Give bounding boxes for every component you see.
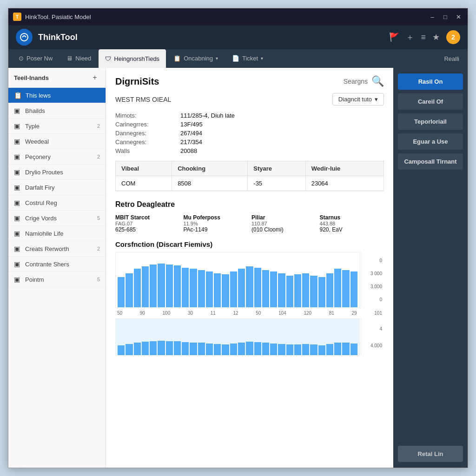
cell-styare: -35 xyxy=(248,176,305,191)
tab-heing[interactable]: 🛡 HeingnorshTieds xyxy=(99,49,166,68)
bar2-0 xyxy=(118,345,125,355)
this-lews-icon: 📋 xyxy=(14,92,22,99)
bar-22 xyxy=(294,274,301,307)
sidebar-item-contrante[interactable]: ▣ Contrante Shers xyxy=(8,257,106,272)
bar-14 xyxy=(230,271,237,307)
metric-piliar-name: Piliar xyxy=(251,214,316,221)
info-value-carinegrres: 13F/495 xyxy=(180,121,384,128)
bar2-16 xyxy=(246,342,253,355)
app-icon: T xyxy=(13,13,21,21)
sidebar-add-button[interactable]: + xyxy=(90,73,100,83)
sidebar-item-costrul[interactable]: ▣ Costrul Reg xyxy=(8,195,106,211)
tab-ticket[interactable]: 📄 Ticket ▾ xyxy=(225,49,270,68)
metric-starnus-name: Starnus xyxy=(320,214,384,221)
chart2-container xyxy=(115,318,360,356)
chart2-yaxis: 4 4.000 xyxy=(361,318,384,356)
minimize-button[interactable]: – xyxy=(428,12,437,21)
y2axis-4000: 4.000 xyxy=(363,343,382,348)
bar-5 xyxy=(158,264,165,307)
namiohile-icon: ▣ xyxy=(14,230,21,237)
crige-icon: ▣ xyxy=(14,214,21,222)
typle-num: 2 xyxy=(97,123,100,129)
sidebar-item-costrul-label: Costrul Reg xyxy=(25,199,100,206)
tab-poser-nw[interactable]: ⊙ Poser Nw xyxy=(12,49,59,68)
eguar-use-button[interactable]: Eguar a Use xyxy=(398,133,463,150)
metric-piliar: Piliar 110.87 (010 Cloomi) xyxy=(251,214,316,233)
sidebar-item-namiohile-label: Namiohile Life xyxy=(25,230,100,237)
camposall-button[interactable]: Camposall Tirnant xyxy=(398,153,463,170)
rasil-on-button[interactable]: Rasil On xyxy=(398,73,463,90)
ticket-icon: 📄 xyxy=(232,55,239,62)
bar-2 xyxy=(134,269,141,307)
notification-badge[interactable]: 2 xyxy=(446,30,460,44)
teporloriail-button[interactable]: Teporloriail xyxy=(398,113,463,130)
metric-mu-sub2: PAc-1149 xyxy=(184,226,248,233)
sidebar-item-pointm[interactable]: ▣ Pointm 5 xyxy=(8,272,106,287)
bar2-12 xyxy=(214,344,221,355)
retal-lin-button[interactable]: Retal Lin xyxy=(398,446,463,462)
creats-icon: ▣ xyxy=(14,245,21,252)
bar-26 xyxy=(326,273,333,307)
sidebar-item-this-lews-label: This lews xyxy=(26,92,100,99)
search-icon[interactable]: 🔍 xyxy=(371,75,384,87)
poser-nw-icon: ⊙ xyxy=(19,55,24,62)
window-title: HinkTool. Pasiatic Model xyxy=(25,13,428,20)
sidebar-item-creats[interactable]: ▣ Creats Rerworth 2 xyxy=(8,241,106,257)
crige-num: 5 xyxy=(97,215,100,221)
sidebar-item-crige[interactable]: ▣ Crige Vords 5 xyxy=(8,211,106,226)
bar-25 xyxy=(318,277,325,307)
sidebar-item-drylio[interactable]: ▣ Drylio Proutes xyxy=(8,165,106,180)
contrante-icon: ▣ xyxy=(14,260,21,268)
bar-13 xyxy=(222,274,229,307)
bar2-8 xyxy=(182,342,189,355)
xaxis-label-5: 12 xyxy=(233,311,238,316)
info-grid: Mimots: 111/285-4, Diuh late Carinegrres… xyxy=(115,112,384,154)
careil-of-button[interactable]: Careil Of xyxy=(398,93,463,110)
sidebar-item-this-lews[interactable]: 📋 This lews xyxy=(8,88,106,103)
sidebar-item-typle[interactable]: ▣ Typle 2 xyxy=(8,119,106,134)
maximize-button[interactable]: □ xyxy=(441,12,450,21)
metric-starnus-sub1: 443.88 xyxy=(320,221,384,226)
sidebar-item-peconery[interactable]: ▣ Peçonery 2 xyxy=(8,149,106,165)
sidebar-item-typle-label: Typle xyxy=(25,123,93,130)
sidebar-item-darfalt[interactable]: ▣ Darfalt Firy xyxy=(8,180,106,195)
metric-mu-name: Mu Poferposs xyxy=(184,214,248,221)
close-button[interactable]: ✕ xyxy=(454,12,463,21)
menu-icon[interactable]: ≡ xyxy=(421,33,426,42)
sidebar-item-pointm-label: Pointm xyxy=(25,276,93,283)
sidebar-item-bhailds[interactable]: ▣ Bhailds xyxy=(8,103,106,119)
col-chooking: Chooking xyxy=(172,161,248,176)
tab-nieed[interactable]: 🖥 Nieed xyxy=(60,49,98,68)
plus-icon[interactable]: ＋ xyxy=(406,32,414,43)
section2-title: Retro Deagleatre xyxy=(115,200,384,209)
bar-19 xyxy=(270,271,277,307)
sidebar-item-weedeal[interactable]: ▣ Weedeal xyxy=(8,134,106,149)
bar2-14 xyxy=(230,344,237,355)
chart-bars xyxy=(116,252,359,307)
nav-right-label[interactable]: Realli xyxy=(439,49,464,68)
bar-7 xyxy=(174,265,181,307)
bar2-19 xyxy=(270,344,277,355)
sidebar-item-weedeal-label: Weedeal xyxy=(25,138,100,145)
sidebar-item-namiohile[interactable]: ▣ Namiohile Life xyxy=(8,226,106,241)
costrul-icon: ▣ xyxy=(14,199,21,206)
bar-4 xyxy=(150,264,157,307)
bhailds-icon: ▣ xyxy=(14,107,21,114)
bar-8 xyxy=(182,268,189,307)
xaxis-label-8: 120 xyxy=(304,311,311,316)
col-wedir: Wedir-luie xyxy=(305,161,383,176)
section-dropdown[interactable]: Diagncit tuto ▾ xyxy=(332,93,384,106)
metric-mu-sub1: 11.9% xyxy=(184,221,248,226)
nav-bar: ⊙ Poser Nw 🖥 Nieed 🛡 HeingnorshTieds 📋 O… xyxy=(8,49,468,68)
bar2-26 xyxy=(326,344,333,355)
tab-oncabning[interactable]: 📋 Oncabning ▾ xyxy=(167,49,225,68)
info-value-cannegres: 217/354 xyxy=(180,139,384,145)
bar2-10 xyxy=(198,343,205,355)
metric-mbit-sub2: 625-685 xyxy=(115,226,180,233)
bar-3 xyxy=(142,266,149,308)
table-row: COM 8508 -35 23064 xyxy=(116,176,384,191)
sidebar-item-creats-label: Creats Rerworth xyxy=(25,245,93,252)
flag-icon[interactable]: 🚩 xyxy=(389,32,399,42)
metric-starnus: Starnus 443.88 920, EaV xyxy=(320,214,384,233)
star-icon[interactable]: ★ xyxy=(432,32,440,42)
